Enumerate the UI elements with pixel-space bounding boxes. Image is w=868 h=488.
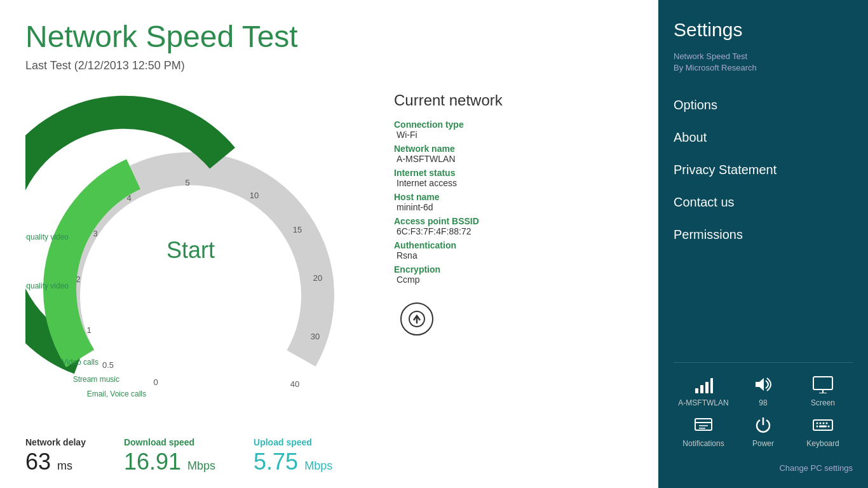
screen-icon [812,373,834,396]
svg-point-25 [820,423,822,424]
download-value: 16.91 Mbps [124,449,215,475]
host-name-row: Host name minint-6d [394,192,503,212]
authentication-label: Authentication [394,240,503,250]
sidebar-item-options[interactable]: Options [674,89,853,121]
svg-rect-16 [813,420,832,430]
svg-rect-4 [705,382,709,393]
sidebar-item-privacy[interactable]: Privacy Statement [674,154,853,186]
scale-50: 50 [242,402,251,403]
sidebar-app-info: Network Speed Test By Microsoft Research [674,51,853,74]
tray-notifications[interactable]: Notifications [678,414,729,448]
internet-status-label: Internet status [394,168,503,178]
upload-label: Upload speed [254,437,332,447]
svg-point-27 [826,423,828,424]
scale-1: 1 [86,325,91,335]
annotation-stream-music: Stream music [73,375,119,384]
network-delay-label: Network delay [25,437,86,447]
scale-30: 30 [311,332,320,341]
scale-2: 2 [76,274,80,284]
access-point-value: 6C:F3:7F:4F:88:72 [394,226,503,236]
network-info: Current network Connection type Wi-Fi Ne… [394,85,503,336]
svg-rect-7 [813,377,832,390]
network-name-label: Network name [394,144,503,154]
sidebar-item-about[interactable]: About [674,121,853,154]
connection-type-label: Connection type [394,119,503,130]
network-title: Current network [394,92,503,109]
upload-button[interactable] [400,302,433,336]
notifications-label: Notifications [682,439,724,448]
encryption-row: Encryption Ccmp [394,264,503,285]
svg-rect-5 [710,378,713,393]
start-button[interactable]: Start [166,237,215,264]
network-delay-block: Network delay 63 ms [25,437,86,475]
authentication-value: Rsna [394,250,503,261]
keyboard-label: Keyboard [806,439,839,448]
svg-rect-29 [819,426,827,428]
svg-rect-3 [700,385,703,393]
svg-rect-2 [695,388,698,393]
upload-arrow-icon [408,310,426,328]
scale-15: 15 [293,225,302,234]
last-test-label: Last Test (2/12/2013 12:50 PM) [25,59,633,72]
upload-value: 5.75 Mbps [254,449,332,475]
main-content: Network Speed Test Last Test (2/12/2013 … [0,0,658,488]
scale-3: 3 [93,229,97,238]
svg-point-26 [823,423,825,424]
scale-10: 10 [250,191,259,200]
tray-divider [674,362,853,363]
authentication-row: Authentication Rsna [394,240,503,261]
system-tray: A-MSFTWLAN 98 [674,352,853,488]
download-label: Download speed [124,437,215,447]
scale-05: 0.5 [102,360,114,370]
stats-bar: Network delay 63 ms Download speed 16.91… [25,437,442,475]
app-title: Network Speed Test [25,19,633,54]
annotation-video-calls: Video calls [62,358,98,367]
access-point-label: Access point BSSID [394,216,503,226]
encryption-label: Encryption [394,264,503,274]
network-name-row: Network name A-MSFTWLAN [394,144,503,164]
speedometer: 0 0.5 1 2 3 4 5 10 15 20 30 [25,85,356,403]
encryption-value: Ccmp [394,274,503,285]
annotation-hq-video: Stream high-quality video [25,233,69,241]
scale-4: 4 [126,193,131,203]
scale-5: 5 [185,178,189,187]
host-name-label: Host name [394,192,503,202]
scale-0: 0 [153,377,158,387]
tray-volume[interactable]: 98 [738,373,789,407]
sidebar-menu: Options About Privacy Statement Contact … [674,89,853,251]
annotation-lq-video: Stream low-quality video [25,281,69,290]
download-block: Download speed 16.91 Mbps [124,437,215,475]
annotation-email: Email, Voice calls [87,390,146,398]
change-pc-button[interactable]: Change PC settings [674,454,853,482]
sidebar-title: Settings [674,19,853,41]
wifi-label: A-MSFTWLAN [678,398,728,407]
internet-status-row: Internet status Internet access [394,168,503,188]
screen-label: Screen [811,398,835,407]
wifi-icon [694,373,713,396]
volume-icon [753,373,773,396]
tray-row-2: Notifications Power [674,414,853,448]
volume-label: 98 [759,398,767,407]
keyboard-icon [812,414,834,437]
tray-wifi[interactable]: A-MSFTWLAN [678,373,729,407]
network-name-value: A-MSFTWLAN [394,154,503,164]
notifications-icon [694,414,713,437]
power-label: Power [752,439,774,448]
tray-screen[interactable]: Screen [797,373,848,407]
tray-keyboard[interactable]: Keyboard [797,414,848,448]
settings-sidebar: Settings Network Speed Test By Microsoft… [658,0,868,488]
tray-power[interactable]: Power [738,414,789,448]
tray-row-1: A-MSFTWLAN 98 [674,373,853,407]
sidebar-item-permissions[interactable]: Permissions [674,219,853,251]
connection-type-row: Connection type Wi-Fi [394,119,503,140]
svg-point-28 [817,426,818,428]
internet-status-value: Internet access [394,178,503,188]
svg-marker-6 [756,378,764,391]
access-point-row: Access point BSSID 6C:F3:7F:4F:88:72 [394,216,503,236]
network-delay-value: 63 ms [25,449,86,475]
sidebar-item-contact[interactable]: Contact us [674,186,853,219]
scale-40: 40 [290,379,299,389]
power-icon [754,414,773,437]
scale-20: 20 [313,273,322,283]
svg-point-24 [817,423,818,424]
